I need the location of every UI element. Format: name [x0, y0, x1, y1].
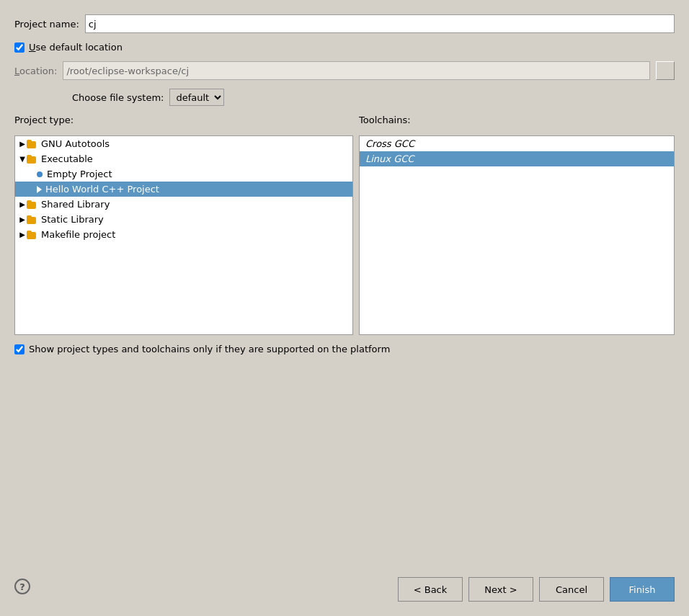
project-type-panel-label: Project type:	[14, 115, 74, 125]
toolchain-label-cross-gcc: Cross GCC	[365, 138, 414, 149]
project-name-label: Project name:	[14, 19, 79, 30]
location-label: Location:	[14, 66, 57, 76]
toolchain-cross-gcc[interactable]: Cross GCC	[360, 136, 674, 151]
help-button[interactable]: ?	[14, 579, 30, 594]
finish-button[interactable]: Finish	[610, 577, 675, 602]
toggle-makefile-project: ▶	[18, 231, 27, 238]
location-row: Location:	[14, 61, 675, 80]
filter-row: Show project types and toolchains only i…	[14, 344, 675, 354]
location-input[interactable]	[63, 61, 650, 80]
tree-item-executable[interactable]: ▼ Executable	[15, 151, 352, 166]
tree-item-static-library[interactable]: ▶ Static Library	[15, 212, 352, 227]
tree-item-shared-library[interactable]: ▶ Shared Library	[15, 197, 352, 212]
tree-label-shared-library: Shared Library	[41, 199, 110, 210]
filesystem-row: Choose file system: default	[14, 89, 675, 106]
bottom-row: ? < Back Next > Cancel Finish	[14, 571, 675, 602]
toggle-static-library: ▶	[18, 215, 27, 223]
filter-label: Show project types and toolchains only i…	[29, 344, 390, 354]
filesystem-label: Choose file system:	[72, 92, 164, 103]
folder-icon-makefile-project	[27, 231, 38, 239]
project-name-input[interactable]	[85, 14, 675, 33]
filter-checkbox[interactable]	[14, 344, 25, 354]
toggle-shared-library: ▶	[18, 200, 27, 208]
panels-labels: Project type: Toolchains:	[14, 115, 675, 125]
tree-item-hello-world-cpp[interactable]: Hello World C++ Project	[15, 182, 352, 197]
folder-icon-shared-library	[27, 200, 38, 209]
new-project-dialog: Project name: Use default location Locat…	[0, 0, 689, 616]
folder-icon-gnu-autotools	[27, 140, 38, 148]
toolchains-panel[interactable]: Cross GCC Linux GCC	[359, 135, 675, 335]
folder-icon-static-library	[27, 215, 38, 224]
tree-label-empty-project: Empty Project	[47, 169, 112, 179]
tree-label-makefile-project: Makefile project	[41, 229, 115, 240]
button-group: < Back Next > Cancel Finish	[398, 571, 675, 602]
tree-item-empty-project[interactable]: Empty Project	[15, 166, 352, 182]
toolchain-label-linux-gcc: Linux GCC	[365, 153, 414, 164]
back-button[interactable]: < Back	[398, 577, 463, 602]
toolchains-panel-label: Toolchains:	[359, 115, 411, 125]
toggle-executable: ▼	[18, 155, 27, 163]
panels-container: ▶ GNU Autotools ▼ Executable Empty Proje…	[14, 135, 675, 335]
tree-label-static-library: Static Library	[41, 214, 104, 225]
use-default-location-label: Use default location	[29, 42, 123, 53]
tree-item-makefile-project[interactable]: ▶ Makefile project	[15, 227, 352, 242]
browse-button[interactable]	[656, 61, 675, 80]
use-default-location-checkbox[interactable]	[14, 43, 25, 53]
next-button[interactable]: Next >	[468, 577, 533, 602]
project-name-row: Project name:	[14, 14, 675, 33]
tree-item-gnu-autotools[interactable]: ▶ GNU Autotools	[15, 136, 352, 151]
tree-label-executable: Executable	[41, 153, 93, 164]
project-type-panel[interactable]: ▶ GNU Autotools ▼ Executable Empty Proje…	[14, 135, 353, 335]
toolchain-linux-gcc[interactable]: Linux GCC	[360, 151, 674, 166]
folder-icon-executable	[27, 155, 38, 164]
toggle-gnu-autotools: ▶	[18, 140, 27, 148]
tree-label-gnu-autotools: GNU Autotools	[41, 138, 110, 149]
use-default-location-row: Use default location	[14, 42, 675, 53]
tree-label-hello-world-cpp: Hello World C++ Project	[45, 184, 159, 195]
triangle-icon-hello-world	[37, 186, 42, 193]
cancel-button[interactable]: Cancel	[539, 577, 604, 602]
dot-icon-empty-project	[37, 171, 43, 177]
filesystem-select[interactable]: default	[169, 89, 224, 106]
